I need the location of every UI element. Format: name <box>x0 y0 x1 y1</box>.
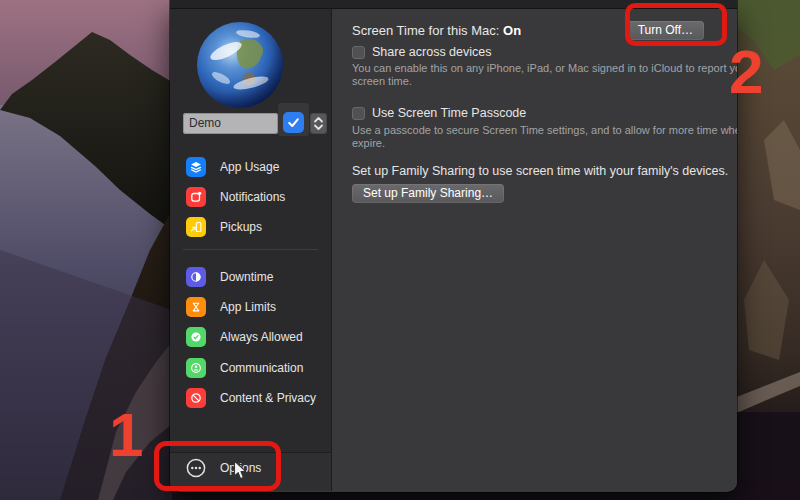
annotation-rect-options <box>154 441 281 491</box>
sidebar-item-app-limits[interactable]: App Limits <box>186 297 276 317</box>
share-label: Share across devices <box>372 45 492 59</box>
dial-icon <box>186 267 206 287</box>
sidebar-item-app-usage[interactable]: App Usage <box>186 157 279 177</box>
page-title: Screen Time for this Mac: On <box>352 23 521 38</box>
screen-time-status: On <box>503 23 521 38</box>
hourglass-icon <box>186 297 206 317</box>
sidebar-item-label: Communication <box>220 361 303 375</box>
set-up-family-sharing-button[interactable]: Set up Family Sharing… <box>352 184 504 203</box>
chevron-up-down-icon <box>312 115 325 132</box>
user-checkbox[interactable] <box>283 112 304 133</box>
annotation-rect-turn-off <box>625 3 727 46</box>
sidebar-item-content-privacy[interactable]: Content & Privacy <box>186 388 316 408</box>
content-pane: Screen Time for this Mac: On Turn Off… S… <box>332 9 737 491</box>
passcode-description: Use a passcode to secure Screen Time set… <box>352 124 737 149</box>
sidebar-item-label: Always Allowed <box>220 330 303 344</box>
sidebar-item-always-allowed[interactable]: Always Allowed <box>186 327 303 347</box>
sidebar-item-label: App Usage <box>220 160 279 174</box>
prohibit-icon <box>186 388 206 408</box>
passcode-row[interactable]: Use Screen Time Passcode <box>352 106 526 120</box>
sidebar-item-label: Downtime <box>220 270 273 284</box>
share-across-devices-row[interactable]: Share across devices <box>352 45 492 59</box>
share-checkbox[interactable] <box>352 46 365 59</box>
person-circle-icon <box>186 358 206 378</box>
passcode-checkbox[interactable] <box>352 107 365 120</box>
mouse-cursor <box>233 460 248 481</box>
annotation-number-1: 1 <box>109 404 143 466</box>
desktop: Demo App Usage <box>0 0 800 500</box>
sidebar-item-pickups[interactable]: Pickups <box>186 217 262 237</box>
earth-avatar <box>196 21 284 109</box>
badge-check-icon <box>186 327 206 347</box>
family-sharing-text: Set up Family Sharing to use screen time… <box>352 164 728 178</box>
user-select[interactable]: Demo <box>183 113 278 134</box>
sidebar-item-label: Notifications <box>220 190 285 204</box>
layers-icon <box>186 157 206 177</box>
sidebar-item-notifications[interactable]: Notifications <box>186 187 285 207</box>
sidebar-item-communication[interactable]: Communication <box>186 358 303 378</box>
phone-arrow-icon <box>186 217 206 237</box>
screen-time-window: Demo App Usage <box>170 0 737 492</box>
checkmark-icon <box>286 115 301 130</box>
annotation-number-2: 2 <box>729 41 763 103</box>
sidebar-item-label: Content & Privacy <box>220 391 316 405</box>
sidebar-separator <box>183 249 318 250</box>
share-description: You can enable this on any iPhone, iPad,… <box>352 62 737 87</box>
sidebar-item-downtime[interactable]: Downtime <box>186 267 273 287</box>
sidebar-item-label: Pickups <box>220 220 262 234</box>
sidebar-item-label: App Limits <box>220 300 276 314</box>
sidebar: Demo App Usage <box>170 9 332 491</box>
wallpaper-left <box>0 0 172 500</box>
app-badge-icon <box>186 187 206 207</box>
passcode-label: Use Screen Time Passcode <box>372 106 526 120</box>
user-stepper[interactable] <box>310 113 327 134</box>
